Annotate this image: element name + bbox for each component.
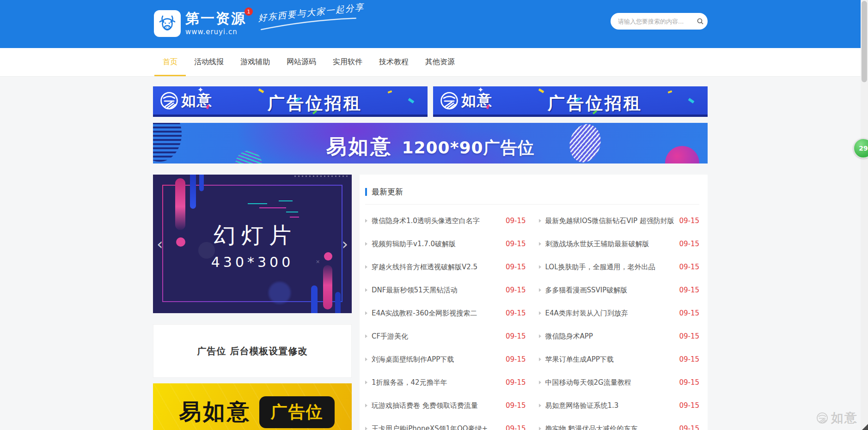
pill-decor <box>323 265 332 309</box>
list-item[interactable]: 多多猫看漫画SSVIP破解版09-15 <box>539 279 700 302</box>
content-area: 第一资源 1 www.eruyi.cn 好东西要与大家一起分享 <box>0 0 861 430</box>
glitch-line-decor <box>259 207 286 208</box>
pill-decor <box>311 285 318 313</box>
latest-column: 最新免越狱IOS微信新钻石VIP 超强防封版09-15刺激战场永世妖王辅助最新破… <box>532 209 700 430</box>
nav-item[interactable]: 首页 <box>154 48 186 76</box>
article-link[interactable]: 易如意网络验证系统1.3 <box>545 401 675 410</box>
list-item[interactable]: 玩游戏抽话费卷 免费领取话费流量09-15 <box>365 394 526 417</box>
ad-placeholder-box[interactable]: 广告位 后台模板设置修改 <box>153 324 352 378</box>
nav-item[interactable]: 实用软件 <box>324 48 371 76</box>
list-item[interactable]: CF手游美化09-15 <box>365 325 526 348</box>
search-icon[interactable] <box>697 17 704 26</box>
article-date: 09-15 <box>679 309 699 317</box>
article-link[interactable]: 王卡用户购iPhoneXS领1年QQ豪绿+腾讯 <box>372 424 501 430</box>
right-column: 最新更新 微信隐身术1.0透明头像透空白名字09-15视频剪辑助手v1.7.0破… <box>360 175 708 430</box>
list-item[interactable]: 最新免越狱IOS微信新钻石VIP 超强防封版09-15 <box>539 209 700 232</box>
article-link[interactable]: 刘海桌面壁纸制作APP下载 <box>372 355 501 364</box>
article-link[interactable]: LOL换肤助手，全服通用，老外出品 <box>545 263 675 272</box>
article-date: 09-15 <box>679 355 699 363</box>
list-item[interactable]: LOL换肤助手，全服通用，老外出品09-15 <box>539 255 700 279</box>
list-item[interactable]: 易如意网络验证系统1.309-15 <box>539 394 700 417</box>
bull-logo-icon <box>154 10 181 37</box>
search-input[interactable] <box>618 18 697 25</box>
sparkle-icon: ✦ <box>477 86 483 94</box>
arrow-bullet-icon <box>365 334 367 338</box>
site-logo[interactable]: 第一资源 1 www.eruyi.cn <box>154 10 246 37</box>
list-item[interactable]: DNF最新秒领51天黑钻活动09-15 <box>365 279 526 302</box>
site-title: 第一资源 <box>185 10 246 27</box>
list-item[interactable]: 刘海桌面壁纸制作APP下载09-15 <box>365 348 526 371</box>
ad-banner-row: 如意 广告位招租 ✦ <box>153 86 708 117</box>
article-date: 09-15 <box>506 332 526 340</box>
article-date: 09-15 <box>506 309 526 317</box>
arrow-bullet-icon <box>365 427 367 430</box>
glitch-line-decor <box>248 203 267 204</box>
article-link[interactable]: 多多猫看漫画SSVIP破解版 <box>545 286 675 295</box>
latest-title: 最新更新 <box>372 187 403 197</box>
nav-item[interactable]: 网站源码 <box>278 48 324 76</box>
corner-resize-icon[interactable] <box>862 424 868 430</box>
article-link[interactable]: E4A实战教程-360全网影视搜索二 <box>372 309 501 318</box>
article-link[interactable]: 中国移动每天领2G流量教程 <box>545 378 675 387</box>
ad-banner-rent-right[interactable]: 如意 广告位招租 ✦ <box>433 86 708 117</box>
list-item[interactable]: E4A实战教程-360全网影视搜索二09-15 <box>365 302 526 325</box>
list-item[interactable]: 视频剪辑助手v1.7.0破解版09-15 <box>365 232 526 255</box>
article-link[interactable]: 玩游戏抽话费卷 免费领取话费流量 <box>372 401 501 410</box>
article-date: 09-15 <box>506 286 526 294</box>
glitch-line-decor <box>290 217 299 218</box>
nav-item[interactable]: 其他资源 <box>417 48 463 76</box>
article-date: 09-15 <box>679 240 699 248</box>
list-item[interactable]: 刺激战场永世妖王辅助最新破解版09-15 <box>539 232 700 255</box>
list-item[interactable]: 穿越火线抖音方框透视破解版V2.509-15 <box>365 255 526 279</box>
arrow-bullet-icon <box>365 381 367 384</box>
list-item[interactable]: 王卡用户购iPhoneXS领1年QQ豪绿+腾讯09-15 <box>365 417 526 430</box>
article-link[interactable]: 微信隐身术1.0透明头像透空白名字 <box>372 217 501 225</box>
article-link[interactable]: 1折服务器，42元撸半年 <box>372 378 501 387</box>
arrow-bullet-icon <box>365 219 367 223</box>
article-link[interactable]: 刺激战场永世妖王辅助最新破解版 <box>545 240 675 248</box>
glitch-line-decor <box>279 200 293 201</box>
list-item[interactable]: 1折服务器，42元撸半年09-15 <box>365 371 526 394</box>
article-date: 09-15 <box>679 424 699 430</box>
list-item[interactable]: 苹果订单生成APP下载09-15 <box>539 348 700 371</box>
article-link[interactable]: 苹果订单生成APP下载 <box>545 355 675 364</box>
arrow-bullet-icon <box>539 381 541 384</box>
list-item[interactable]: 撸实物 鹅漫优品大减价的东东09-15 <box>539 417 700 430</box>
article-link[interactable]: CF手游美化 <box>372 332 501 341</box>
list-item[interactable]: 中国移动每天领2G流量教程09-15 <box>539 371 700 394</box>
slider-prev-icon[interactable]: ‹ <box>157 236 163 252</box>
nav-item[interactable]: 技术教程 <box>371 48 417 76</box>
nav-menu: 首页活动线报游戏辅助网站源码实用软件技术教程其他资源 <box>154 48 708 76</box>
nav-item[interactable]: 游戏辅助 <box>232 48 278 76</box>
arrow-bullet-icon <box>365 311 367 315</box>
article-date: 09-15 <box>506 378 526 387</box>
article-link[interactable]: 穿越火线抖音方框透视破解版V2.5 <box>372 263 501 272</box>
ad-banner-yellow[interactable]: 易如意 广告位 <box>153 383 352 430</box>
article-link[interactable]: 视频剪辑助手v1.7.0破解版 <box>372 240 501 248</box>
ad-banner-wide[interactable]: 易如意 1200*90广告位 <box>153 123 708 164</box>
wide-ad-brand: 易如意 <box>326 133 392 160</box>
arrow-bullet-icon <box>539 334 541 338</box>
slide-size: 430*300 <box>153 254 352 270</box>
arrow-bullet-icon <box>365 242 367 246</box>
article-link[interactable]: 撸实物 鹅漫优品大减价的东东 <box>545 424 675 430</box>
list-item[interactable]: 微信隐身术APP09-15 <box>539 325 700 348</box>
page: 第一资源 1 www.eruyi.cn 好东西要与大家一起分享 <box>0 0 868 430</box>
site-url: www.eruyi.cn <box>185 28 246 36</box>
nav-item[interactable]: 活动线报 <box>186 48 232 76</box>
article-date: 09-15 <box>506 355 526 363</box>
scrollbar[interactable] <box>861 0 868 430</box>
article-link[interactable]: 最新免越狱IOS微信新钻石VIP 超强防封版 <box>545 217 675 225</box>
article-date: 09-15 <box>679 263 699 271</box>
article-date: 09-15 <box>506 401 526 410</box>
article-link[interactable]: E4A类库封装从入门到放弃 <box>545 309 675 318</box>
article-link[interactable]: 微信隐身术APP <box>545 332 675 341</box>
article-link[interactable]: DNF最新秒领51天黑钻活动 <box>372 286 501 295</box>
scrollbar-thumb[interactable] <box>862 1 867 82</box>
slider-next-icon[interactable]: › <box>342 236 348 252</box>
ad-banner-rent-left[interactable]: 如意 广告位招租 ✦ <box>153 86 428 117</box>
list-item[interactable]: 微信隐身术1.0透明头像透空白名字09-15 <box>365 209 526 232</box>
list-item[interactable]: E4A类库封装从入门到放弃09-15 <box>539 302 700 325</box>
slideshow[interactable]: × 幻灯片 430*300 ‹ › <box>153 175 352 313</box>
notification-badge: 1 <box>245 7 253 16</box>
